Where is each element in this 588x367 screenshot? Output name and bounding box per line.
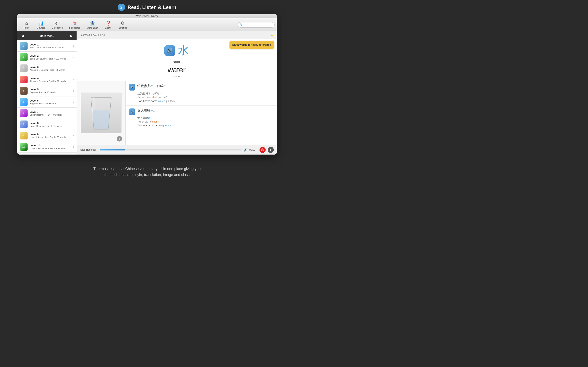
progress-fill [100,149,125,150]
sentence-en-1: The woman is drinking water. [129,124,273,127]
level-info-3: Level 3 Absolute Beginner Part I • 89 wo… [30,66,71,71]
level-info-6: Level 6 Beginner Part II • 99 words [30,99,71,105]
level-sub-10: Lower Intermediate Part II • 97 words [30,147,71,150]
progress-bar[interactable] [100,149,242,150]
word-audio-button[interactable]: 🔊 [164,45,175,56]
level-title-3: Level 3 [30,66,71,68]
bank-tooltip[interactable]: Bank words for easy reference [229,41,274,49]
categories-icon: 🏷 [55,21,60,26]
sidebar-item-level-9[interactable]: 9 Level 9 Lower Intermediate Part I • 98… [17,130,77,141]
level-info-1: Level 1 Basic Vocabulary Part I • 87 wor… [30,43,71,49]
record-button[interactable] [259,147,266,153]
en-highlight-1[interactable]: water [165,124,171,127]
badge-number: 2 [118,4,125,11]
sentence-block-0: 🔊 给我点儿水，好吗？ 给我點兒水，好嗎？ Gěi wǒ diǎnr shuǐ,… [126,81,277,106]
level-title-2: Level 2 [30,54,71,57]
level-arrow-5: › [73,89,74,92]
courses-label: Courses [37,26,45,29]
toolbar-wordbank[interactable]: 🏦 Word Bank [84,19,101,30]
courses-icon: 📊 [38,21,44,26]
sentence-alt-cn-1: 女人在喝水。 [129,116,273,120]
level-title-10: Level 10 [30,144,71,147]
word-audio-row: 🔊 水 [164,43,189,58]
word-highlight-alt-0: 水 [148,92,151,95]
level-thumb-6: 6 [20,98,27,106]
footer-line1: The most essential Chinese vocabulary al… [0,166,294,172]
sidebar-item-level-6[interactable]: 6 Level 6 Beginner Part II • 99 words › [17,96,77,108]
level-sub-1: Basic Vocabulary Part I • 87 words [30,46,71,49]
sidebar-item-level-5[interactable]: 5 Level 5 Beginner Part I • 96 words › [17,85,77,96]
nav-back-arrow[interactable]: ◀ [20,33,26,39]
level-info-4: Level 4 Absolute Beginner Part II • 82 w… [30,77,71,82]
home-label: Home [24,26,29,29]
sidebar-header: ◀ Main Menu ▶ [17,31,77,40]
time-display: 00:00 [249,149,258,151]
level-title-4: Level 4 [30,77,71,80]
search-input[interactable] [238,22,275,27]
sidebar-item-level-3[interactable]: 3 Level 3 Absolute Beginner Part I • 89 … [17,63,77,74]
sentence-audio-btn-1[interactable]: 🔊 [129,108,135,115]
level-thumb-2: 2 [20,53,27,61]
level-arrow-6: › [73,100,74,104]
speaker-icon: 🔊 [167,48,173,53]
level-arrow-9: › [73,134,74,137]
level-title-6: Level 6 [30,99,71,102]
level-thumb-7: 7 [20,109,27,117]
level-thumb-5: 5 [20,87,27,95]
sentence-main-cn-0: 给我点儿水，好吗？ [138,84,167,88]
sidebar-item-level-10[interactable]: 10 Level 10 Lower Intermediate Part II •… [17,141,77,152]
level-sub-2: Basic Vocabulary Part II • 100 words [30,58,71,60]
toolbar-home[interactable]: ⌂ Home [19,19,34,30]
sidebar-item-level-7[interactable]: 7 Level 7 Upper Beginner Part I • 90 wor… [17,108,77,119]
word-english: water [168,66,186,74]
level-sub-3: Absolute Beginner Part I • 89 words [30,69,71,71]
toolbar-courses[interactable]: 📊 Courses [34,19,49,30]
level-thumb-9: 9 [20,132,27,140]
categories-label: Categories [52,26,63,29]
flashcards-icon: 🃏 [72,21,78,26]
play-button[interactable]: ▶ [268,147,274,153]
nav-forward-arrow[interactable]: ▶ [68,33,74,39]
word-image [81,92,121,133]
sidebar-item-level-2[interactable]: 2 Level 2 Basic Vocabulary Part II • 100… [17,52,77,63]
sentence-audio-btn-0[interactable]: 🔊 [129,84,135,91]
sentence-header-1: 🔊 女人在喝水。 [129,108,273,115]
sidebar-item-level-4[interactable]: 4 Level 4 Absolute Beginner Part II • 82… [17,74,77,85]
breadcrumb-bar: Courses > Level 1 > All ★ [77,31,277,39]
sidebar-item-level-1[interactable]: 1 Level 1 Basic Vocabulary Part I • 87 w… [17,40,77,52]
level-info-2: Level 2 Basic Vocabulary Part II • 100 w… [30,54,71,60]
sentence-main-cn-1: 女人在喝水。 [138,108,157,113]
toolbar-about[interactable]: ❓ About [101,19,115,30]
speaker-waves-icon: 🔊 [244,148,247,151]
about-icon: ❓ [105,21,111,26]
en-highlight-0[interactable]: water [158,100,164,103]
level-thumb-8: 8 [20,120,27,128]
breadcrumb: Courses > Level 1 > All [79,34,104,36]
image-panel: + [77,81,126,145]
level-sub-6: Beginner Part II • 99 words [30,102,71,105]
level-thumb-10: 10 [20,143,27,151]
sidebar-item-level-8[interactable]: 8 Level 8 Upper Beginner Part II • 97 wo… [17,119,77,130]
toolbar-settings[interactable]: ⚙ Settings [115,19,130,30]
app-window: Word Power Chinese ⌂ Home 📊 Courses 🏷 Ca… [17,14,277,155]
sentence-alt-cn-0: 给我點兒水，好嗎？ [129,92,273,95]
level-title-7: Level 7 [30,110,71,113]
star-button[interactable]: ★ [270,33,274,38]
level-sub-4: Absolute Beginner Part II • 82 words [30,80,71,82]
speaker-icon-1: 🔊 [130,110,134,113]
zoom-button[interactable]: + [117,136,122,142]
toolbar-categories[interactable]: 🏷 Categories [49,19,66,30]
level-arrow-8: › [73,123,74,126]
sentence-en-0: Can I have some water, please? [129,100,273,103]
page-title: Read, Listen & Learn [128,4,176,10]
word-highlight-alt-1: 水 [148,117,151,119]
sidebar-title: Main Menu [26,34,68,38]
about-label: About [105,26,111,29]
settings-label: Settings [119,26,127,29]
word-highlight-cn-1: 水 [150,109,154,112]
level-arrow-7: › [73,111,74,115]
toolbar-flashcards[interactable]: 🃏 Flashcards [66,19,84,30]
level-title-8: Level 8 [30,122,71,125]
speaker-icon-0: 🔊 [130,86,134,89]
top-badge-area: 2 Read, Listen & Learn [0,0,294,13]
